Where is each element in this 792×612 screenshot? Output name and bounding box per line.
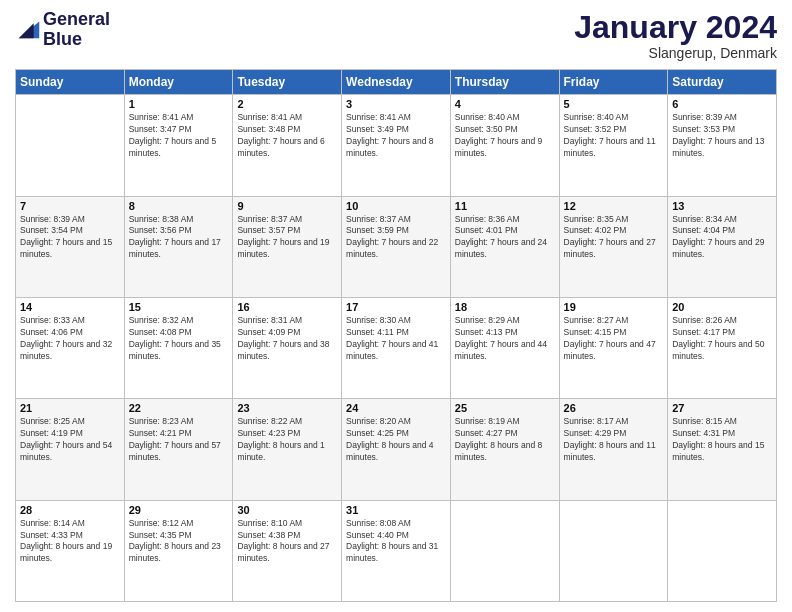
day-info: Sunrise: 8:34 AMSunset: 4:04 PMDaylight:… bbox=[672, 214, 772, 262]
calendar-cell: 12Sunrise: 8:35 AMSunset: 4:02 PMDayligh… bbox=[559, 196, 668, 297]
calendar-cell: 24Sunrise: 8:20 AMSunset: 4:25 PMDayligh… bbox=[342, 399, 451, 500]
day-number: 15 bbox=[129, 301, 229, 313]
day-number: 9 bbox=[237, 200, 337, 212]
day-info: Sunrise: 8:31 AMSunset: 4:09 PMDaylight:… bbox=[237, 315, 337, 363]
location: Slangerup, Denmark bbox=[574, 45, 777, 61]
weekday-header-row: SundayMondayTuesdayWednesdayThursdayFrid… bbox=[16, 70, 777, 95]
day-number: 19 bbox=[564, 301, 664, 313]
calendar-cell: 26Sunrise: 8:17 AMSunset: 4:29 PMDayligh… bbox=[559, 399, 668, 500]
day-info: Sunrise: 8:30 AMSunset: 4:11 PMDaylight:… bbox=[346, 315, 446, 363]
month-title: January 2024 bbox=[574, 10, 777, 45]
calendar-week-row: 28Sunrise: 8:14 AMSunset: 4:33 PMDayligh… bbox=[16, 500, 777, 601]
weekday-header-wednesday: Wednesday bbox=[342, 70, 451, 95]
day-info: Sunrise: 8:19 AMSunset: 4:27 PMDaylight:… bbox=[455, 416, 555, 464]
day-info: Sunrise: 8:22 AMSunset: 4:23 PMDaylight:… bbox=[237, 416, 337, 464]
calendar-cell: 5Sunrise: 8:40 AMSunset: 3:52 PMDaylight… bbox=[559, 95, 668, 196]
day-number: 20 bbox=[672, 301, 772, 313]
day-info: Sunrise: 8:26 AMSunset: 4:17 PMDaylight:… bbox=[672, 315, 772, 363]
weekday-header-saturday: Saturday bbox=[668, 70, 777, 95]
calendar-cell: 21Sunrise: 8:25 AMSunset: 4:19 PMDayligh… bbox=[16, 399, 125, 500]
day-number: 5 bbox=[564, 98, 664, 110]
day-number: 14 bbox=[20, 301, 120, 313]
calendar-cell: 8Sunrise: 8:38 AMSunset: 3:56 PMDaylight… bbox=[124, 196, 233, 297]
calendar-week-row: 21Sunrise: 8:25 AMSunset: 4:19 PMDayligh… bbox=[16, 399, 777, 500]
calendar-cell: 30Sunrise: 8:10 AMSunset: 4:38 PMDayligh… bbox=[233, 500, 342, 601]
calendar-cell: 13Sunrise: 8:34 AMSunset: 4:04 PMDayligh… bbox=[668, 196, 777, 297]
calendar-cell: 22Sunrise: 8:23 AMSunset: 4:21 PMDayligh… bbox=[124, 399, 233, 500]
logo-icon bbox=[15, 14, 43, 42]
calendar-cell: 17Sunrise: 8:30 AMSunset: 4:11 PMDayligh… bbox=[342, 297, 451, 398]
calendar-cell: 23Sunrise: 8:22 AMSunset: 4:23 PMDayligh… bbox=[233, 399, 342, 500]
day-info: Sunrise: 8:37 AMSunset: 3:57 PMDaylight:… bbox=[237, 214, 337, 262]
day-number: 2 bbox=[237, 98, 337, 110]
day-number: 26 bbox=[564, 402, 664, 414]
day-number: 3 bbox=[346, 98, 446, 110]
weekday-header-monday: Monday bbox=[124, 70, 233, 95]
day-info: Sunrise: 8:41 AMSunset: 3:49 PMDaylight:… bbox=[346, 112, 446, 160]
day-info: Sunrise: 8:15 AMSunset: 4:31 PMDaylight:… bbox=[672, 416, 772, 464]
day-number: 23 bbox=[237, 402, 337, 414]
day-number: 12 bbox=[564, 200, 664, 212]
calendar-week-row: 1Sunrise: 8:41 AMSunset: 3:47 PMDaylight… bbox=[16, 95, 777, 196]
day-info: Sunrise: 8:17 AMSunset: 4:29 PMDaylight:… bbox=[564, 416, 664, 464]
day-number: 28 bbox=[20, 504, 120, 516]
day-number: 16 bbox=[237, 301, 337, 313]
calendar-cell: 4Sunrise: 8:40 AMSunset: 3:50 PMDaylight… bbox=[450, 95, 559, 196]
day-info: Sunrise: 8:41 AMSunset: 3:48 PMDaylight:… bbox=[237, 112, 337, 160]
day-info: Sunrise: 8:39 AMSunset: 3:53 PMDaylight:… bbox=[672, 112, 772, 160]
logo-text: General Blue bbox=[43, 10, 110, 50]
calendar-cell: 11Sunrise: 8:36 AMSunset: 4:01 PMDayligh… bbox=[450, 196, 559, 297]
header: General Blue January 2024 Slangerup, Den… bbox=[15, 10, 777, 61]
day-number: 21 bbox=[20, 402, 120, 414]
calendar-cell: 31Sunrise: 8:08 AMSunset: 4:40 PMDayligh… bbox=[342, 500, 451, 601]
calendar-cell: 25Sunrise: 8:19 AMSunset: 4:27 PMDayligh… bbox=[450, 399, 559, 500]
calendar-cell: 3Sunrise: 8:41 AMSunset: 3:49 PMDaylight… bbox=[342, 95, 451, 196]
day-number: 17 bbox=[346, 301, 446, 313]
day-info: Sunrise: 8:27 AMSunset: 4:15 PMDaylight:… bbox=[564, 315, 664, 363]
calendar-cell bbox=[559, 500, 668, 601]
day-number: 18 bbox=[455, 301, 555, 313]
day-number: 7 bbox=[20, 200, 120, 212]
day-info: Sunrise: 8:36 AMSunset: 4:01 PMDaylight:… bbox=[455, 214, 555, 262]
day-info: Sunrise: 8:08 AMSunset: 4:40 PMDaylight:… bbox=[346, 518, 446, 566]
day-info: Sunrise: 8:35 AMSunset: 4:02 PMDaylight:… bbox=[564, 214, 664, 262]
day-number: 30 bbox=[237, 504, 337, 516]
calendar-week-row: 14Sunrise: 8:33 AMSunset: 4:06 PMDayligh… bbox=[16, 297, 777, 398]
day-number: 22 bbox=[129, 402, 229, 414]
day-number: 13 bbox=[672, 200, 772, 212]
page: General Blue January 2024 Slangerup, Den… bbox=[0, 0, 792, 612]
day-number: 8 bbox=[129, 200, 229, 212]
calendar-cell: 9Sunrise: 8:37 AMSunset: 3:57 PMDaylight… bbox=[233, 196, 342, 297]
calendar-cell: 16Sunrise: 8:31 AMSunset: 4:09 PMDayligh… bbox=[233, 297, 342, 398]
day-number: 4 bbox=[455, 98, 555, 110]
calendar-cell: 20Sunrise: 8:26 AMSunset: 4:17 PMDayligh… bbox=[668, 297, 777, 398]
day-info: Sunrise: 8:12 AMSunset: 4:35 PMDaylight:… bbox=[129, 518, 229, 566]
calendar-cell: 7Sunrise: 8:39 AMSunset: 3:54 PMDaylight… bbox=[16, 196, 125, 297]
day-info: Sunrise: 8:14 AMSunset: 4:33 PMDaylight:… bbox=[20, 518, 120, 566]
calendar-table: SundayMondayTuesdayWednesdayThursdayFrid… bbox=[15, 69, 777, 602]
calendar-cell: 28Sunrise: 8:14 AMSunset: 4:33 PMDayligh… bbox=[16, 500, 125, 601]
day-info: Sunrise: 8:29 AMSunset: 4:13 PMDaylight:… bbox=[455, 315, 555, 363]
logo: General Blue bbox=[15, 10, 110, 50]
day-info: Sunrise: 8:33 AMSunset: 4:06 PMDaylight:… bbox=[20, 315, 120, 363]
day-info: Sunrise: 8:41 AMSunset: 3:47 PMDaylight:… bbox=[129, 112, 229, 160]
day-info: Sunrise: 8:40 AMSunset: 3:52 PMDaylight:… bbox=[564, 112, 664, 160]
weekday-header-thursday: Thursday bbox=[450, 70, 559, 95]
calendar-cell: 14Sunrise: 8:33 AMSunset: 4:06 PMDayligh… bbox=[16, 297, 125, 398]
day-info: Sunrise: 8:38 AMSunset: 3:56 PMDaylight:… bbox=[129, 214, 229, 262]
day-info: Sunrise: 8:39 AMSunset: 3:54 PMDaylight:… bbox=[20, 214, 120, 262]
day-number: 24 bbox=[346, 402, 446, 414]
day-number: 27 bbox=[672, 402, 772, 414]
day-number: 6 bbox=[672, 98, 772, 110]
calendar-cell bbox=[450, 500, 559, 601]
calendar-cell: 6Sunrise: 8:39 AMSunset: 3:53 PMDaylight… bbox=[668, 95, 777, 196]
calendar-cell: 10Sunrise: 8:37 AMSunset: 3:59 PMDayligh… bbox=[342, 196, 451, 297]
weekday-header-sunday: Sunday bbox=[16, 70, 125, 95]
title-block: January 2024 Slangerup, Denmark bbox=[574, 10, 777, 61]
day-info: Sunrise: 8:10 AMSunset: 4:38 PMDaylight:… bbox=[237, 518, 337, 566]
calendar-cell: 2Sunrise: 8:41 AMSunset: 3:48 PMDaylight… bbox=[233, 95, 342, 196]
day-number: 29 bbox=[129, 504, 229, 516]
svg-marker-1 bbox=[19, 23, 34, 38]
calendar-cell bbox=[16, 95, 125, 196]
day-info: Sunrise: 8:20 AMSunset: 4:25 PMDaylight:… bbox=[346, 416, 446, 464]
